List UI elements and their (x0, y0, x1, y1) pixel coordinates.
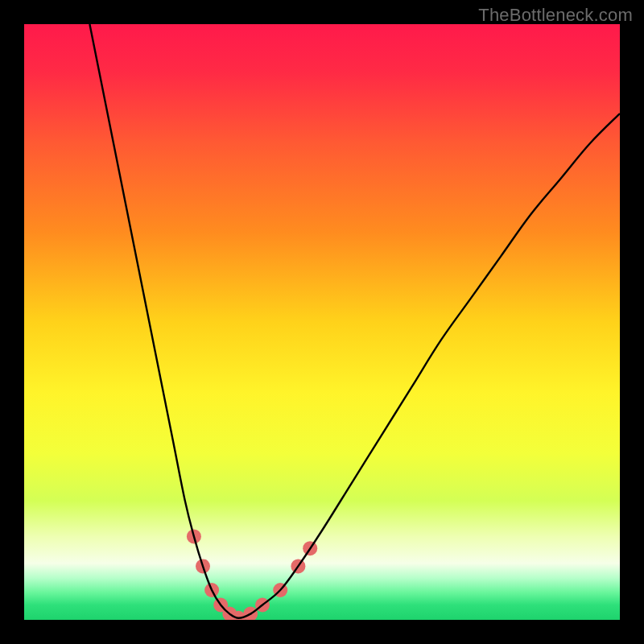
curve-layer (24, 24, 620, 620)
bottleneck-curve (89, 24, 620, 618)
plot-area (24, 24, 620, 620)
watermark-label: TheBottleneck.com (478, 5, 633, 26)
chart-frame: TheBottleneck.com (0, 0, 644, 644)
